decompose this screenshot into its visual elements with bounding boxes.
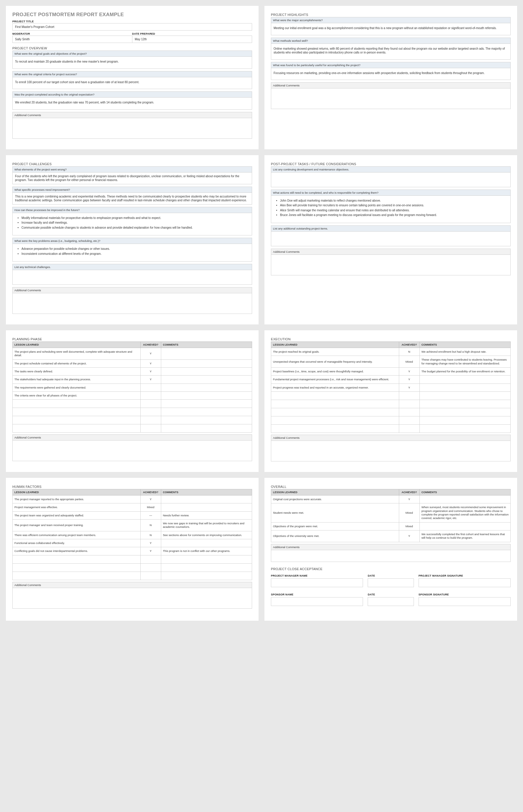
execution-table: LESSON LEARNED ACHIEVED? COMMENTS The pr… [271, 341, 511, 433]
cell-achieved[interactable]: N [140, 520, 161, 531]
cell-comments[interactable]: This program is not in conflict with our… [161, 547, 252, 555]
human-additional[interactable] [12, 588, 252, 609]
challenges-a3[interactable]: Modify informational materials for prosp… [12, 213, 252, 236]
cell-comments[interactable] [161, 383, 252, 392]
field-sp-sig[interactable] [419, 597, 511, 606]
planning-additional[interactable] [12, 440, 252, 461]
cell-achieved[interactable]: Y [140, 539, 161, 547]
overview-additional[interactable] [12, 118, 252, 139]
cell-achieved[interactable] [140, 392, 161, 400]
cell-comments[interactable]: Needs further review. [161, 511, 252, 519]
cell-achieved[interactable]: Mixed [399, 504, 419, 522]
cell-achieved[interactable]: Y [399, 495, 419, 504]
challenges-a5[interactable] [12, 270, 252, 285]
cell-comments[interactable] [419, 376, 510, 383]
label-date-prepared: DATE PREPARED [132, 32, 252, 35]
cell-lesson: Student needs were met. [271, 504, 399, 522]
cell-comments[interactable] [419, 495, 510, 504]
cell-lesson: The requirements were gathered and clear… [13, 383, 141, 392]
th-lesson: LESSON LEARNED [13, 489, 141, 495]
cell-comments[interactable]: When surveyed, most students recommended… [419, 504, 510, 522]
cell-comments[interactable] [161, 495, 252, 504]
cell-comments[interactable]: We achieved enrollment but had a high dr… [419, 348, 510, 356]
overall-table: LESSON LEARNED ACHIEVED? COMMENTS Origin… [271, 489, 511, 542]
cell-comments[interactable] [161, 392, 252, 400]
cell-lesson: The project manager and team received pr… [13, 520, 141, 531]
cell-comments[interactable]: We successfully completed the first coho… [419, 530, 510, 542]
cell-comments[interactable] [161, 367, 252, 376]
page-title: PROJECT POSTMORTEM REPORT EXAMPLE [12, 12, 252, 18]
human-additional-label: Additional Comments [12, 582, 252, 588]
execution-additional[interactable] [271, 441, 511, 461]
th-achieved: ACHIEVED? [399, 489, 419, 495]
cell-achieved[interactable]: Mixed [399, 522, 419, 530]
highlights-additional[interactable] [271, 89, 511, 109]
challenges-a1[interactable]: Four of the students who left the progra… [12, 172, 252, 184]
list-item: Modify informational materials for prosp… [21, 216, 249, 220]
overview-a1[interactable]: To recruit and maintain 20 graduate stud… [12, 57, 252, 69]
cell-achieved[interactable]: Mixed [140, 504, 161, 511]
challenges-a4[interactable]: Advance preparation for possible schedul… [12, 244, 252, 262]
highlights-a3[interactable]: Focusing resources on marketing, providi… [271, 68, 511, 80]
overall-additional[interactable] [271, 550, 511, 562]
cell-achieved[interactable]: Y [140, 367, 161, 376]
cell-achieved[interactable]: Y [140, 359, 161, 367]
cell-lesson: The project reached its original goals. [271, 348, 399, 356]
challenges-a2[interactable]: This is a new program combining academic… [12, 193, 252, 205]
cell-achieved[interactable]: Y [140, 348, 161, 360]
field-sp-name[interactable] [271, 597, 363, 606]
cell-comments[interactable] [161, 348, 252, 360]
cell-comments[interactable] [161, 376, 252, 383]
field-pm-name[interactable] [271, 578, 363, 587]
cell-comments[interactable] [419, 522, 510, 530]
challenges-additional[interactable] [12, 293, 252, 314]
post-a2[interactable]: John Doe will adjust marketing materials… [271, 196, 511, 223]
cell-comments[interactable]: We now see gaps in training that will be… [161, 520, 252, 531]
field-date-2[interactable] [368, 597, 414, 606]
cell-lesson: The project manager reported to the appr… [13, 495, 141, 504]
cell-achieved[interactable]: Y [140, 376, 161, 383]
label-pm-sig: PROJECT MANAGER SIGNATURE [419, 574, 511, 577]
th-comments: COMMENTS [161, 342, 252, 348]
cell-achieved[interactable] [140, 383, 161, 392]
field-pm-sig[interactable] [419, 578, 511, 587]
cell-achieved[interactable]: Y [399, 383, 419, 392]
cell-achieved[interactable]: Mixed [399, 356, 419, 367]
post-additional[interactable] [271, 255, 511, 276]
post-a3[interactable] [271, 231, 511, 246]
table-row: The criteria were clear for all phases o… [13, 392, 252, 400]
field-date-prepared[interactable]: May 12th [132, 36, 252, 43]
post-heading: POST-PROJECT TASKS / FUTURE CONSIDERATIO… [271, 162, 511, 166]
overview-a3[interactable]: We enrolled 20 students, but the graduat… [12, 98, 252, 110]
highlights-a1[interactable]: Meeting our initial enrollment goal was … [271, 23, 511, 35]
cell-lesson: The project schedule contained all eleme… [13, 359, 141, 367]
cell-achieved[interactable]: N [399, 348, 419, 356]
highlights-heading: PROJECT HIGHLIGHTS [271, 13, 511, 17]
cell-achieved[interactable]: — [140, 511, 161, 519]
field-project-title[interactable]: First Master's Program Cohort [12, 23, 252, 31]
table-row: The requirements were gathered and clear… [13, 383, 252, 392]
cell-achieved[interactable]: Y [399, 376, 419, 383]
post-a1[interactable] [271, 172, 511, 187]
cell-comments[interactable] [161, 359, 252, 367]
challenges-q5: List any technical challenges. [12, 264, 252, 270]
field-date-1[interactable] [368, 578, 414, 587]
cell-lesson: The criteria were clear for all phases o… [13, 392, 141, 400]
table-row: Original cost projections were accurate.… [271, 495, 511, 504]
cell-achieved[interactable]: Y [399, 367, 419, 376]
cell-achieved[interactable]: N [140, 531, 161, 539]
cell-comments[interactable]: These changes may have contributed to st… [419, 356, 510, 367]
cell-achieved[interactable]: Y [399, 530, 419, 542]
cell-comments[interactable] [161, 539, 252, 547]
cell-comments[interactable]: See sections above for comments on impro… [161, 531, 252, 539]
cell-comments[interactable] [419, 383, 510, 392]
field-moderator[interactable]: Sally Smith [12, 36, 132, 43]
cell-achieved[interactable]: Y [140, 495, 161, 504]
overview-a2[interactable]: To enroll 100 percent of our target coho… [12, 77, 252, 89]
overall-additional-label: Additional Comments [271, 544, 511, 550]
highlights-a2[interactable]: Online marketing showed greatest returns… [271, 44, 511, 60]
cell-comments[interactable] [161, 504, 252, 511]
table-row: Fundamental project management processes… [271, 376, 511, 383]
cell-comments[interactable]: The budget planned for the possibility o… [419, 367, 510, 376]
cell-achieved[interactable]: Y [140, 547, 161, 555]
